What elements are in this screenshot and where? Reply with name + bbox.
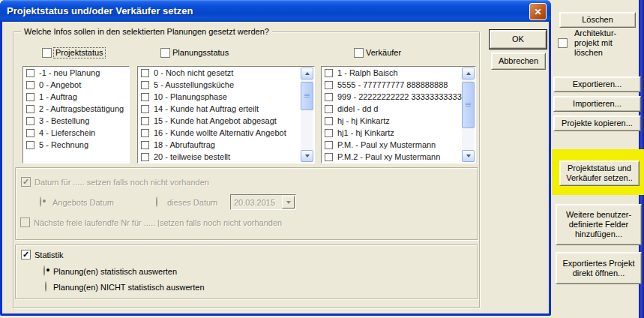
item-checkbox[interactable] (26, 69, 34, 77)
projektstatus-checkbox-label[interactable]: Projektstatus (53, 47, 106, 58)
loeschen-button[interactable]: Löschen (559, 12, 636, 28)
planungsstatus-checkbox[interactable] (160, 48, 170, 58)
dialog-title: Projektstatus und/oder Verkäufer setzen (0, 5, 193, 16)
list-item[interactable]: -1 - neu Planung (23, 67, 129, 79)
list-item-label: didel - dd d (337, 104, 378, 113)
planungsstatus-checkbox-label[interactable]: Planungsstatus (172, 48, 229, 58)
list-item[interactable]: P.M. - Paul xy Mustermann (322, 139, 475, 151)
item-checkbox[interactable] (26, 105, 34, 113)
architektur-checkbox-label[interactable]: Architektur- projekt mit löschen (574, 28, 616, 58)
item-checkbox[interactable] (141, 117, 149, 125)
list-item[interactable]: hj - hj Kinkartz (322, 115, 475, 127)
statistik-checkbox-label[interactable]: Statistik (34, 250, 64, 260)
item-checkbox[interactable] (141, 141, 149, 149)
architektur-checkbox[interactable] (558, 38, 568, 48)
statistisch-auswerten-radio[interactable] (43, 266, 45, 276)
list-item-label: 5 - Ausstellungsküche (154, 80, 234, 89)
naechste-nr-checkbox (20, 218, 30, 227)
planungsstatus-listbox[interactable]: 0 - Noch nicht gesetzt 5 - Ausstellungsk… (137, 66, 315, 164)
projektstatus-listbox[interactable]: -1 - neu Planung 0 - Angebot 1 - Auftrag… (22, 66, 130, 164)
item-checkbox[interactable] (26, 117, 34, 125)
list-item[interactable]: hj1 - hj Kinkartz (322, 127, 475, 139)
weitere-felder-line2: definierte Felder (569, 220, 629, 230)
item-checkbox[interactable] (325, 117, 333, 125)
list-item[interactable]: 4 - Lieferschein (23, 127, 129, 139)
ok-button[interactable]: OK (490, 30, 547, 49)
list-item[interactable]: 1 - Auftrag (23, 91, 129, 103)
scroll-up-button[interactable] (462, 68, 475, 80)
list-item[interactable]: 5555 - 777777777 888888888 (322, 79, 475, 91)
list-item[interactable]: 999 - 22222222222 33333333333 (322, 91, 475, 103)
item-checkbox[interactable] (325, 153, 333, 161)
list-item[interactable]: 20 - teilweise bestellt (138, 151, 314, 163)
list-item[interactable]: 5 - Rechnung (23, 139, 129, 151)
scroll-down-button[interactable] (301, 150, 313, 162)
list-item[interactable]: 2 - Auftragsbestätigung (23, 103, 129, 115)
list-item[interactable]: 0 - Noch nicht gesetzt (138, 67, 314, 79)
scrollbar[interactable] (301, 68, 313, 162)
list-item[interactable]: 10 - Planungsphase (138, 91, 314, 103)
verkaeufer-checkbox-label[interactable]: Verkäufer (366, 48, 401, 58)
projekte-kopieren-button[interactable]: Projekte kopieren... (553, 116, 641, 131)
list-item-label: 4 - Lieferschein (39, 128, 95, 137)
item-checkbox[interactable] (141, 153, 149, 161)
cancel-button[interactable]: Abbrechen (491, 52, 546, 70)
item-checkbox[interactable] (325, 129, 333, 137)
scroll-down-button[interactable] (462, 150, 475, 162)
list-item-label: 3 - Bestellung (39, 116, 89, 125)
item-checkbox[interactable] (325, 105, 333, 113)
list-item-label: hj - hj Kinkartz (337, 116, 390, 125)
item-checkbox[interactable] (141, 93, 149, 101)
scrollbar-thumb[interactable] (462, 82, 475, 128)
list-item[interactable]: 14 - Kunde hat Auftrag erteilt (138, 103, 314, 115)
nicht-statistisch-radio[interactable] (45, 281, 46, 292)
list-item[interactable]: 0 - Angebot (23, 79, 129, 91)
list-item[interactable]: didel - dd d (322, 103, 475, 115)
verkaeufer-listbox[interactable]: 1 - Ralph Baisch 5555 - 777777777 888888… (321, 66, 476, 164)
item-checkbox[interactable] (141, 81, 149, 89)
list-item-label: P.M.2 - Paul xy Mustermann (337, 152, 440, 161)
item-checkbox[interactable] (26, 93, 34, 101)
list-item-label: 2 - Auftragsbestätigung (39, 104, 124, 113)
exportiertes-projekt-button[interactable]: Exportiertes Projekt direkt öffnen... (556, 252, 642, 284)
list-item-label: 15 - Kunde hat Angebot abgesagt (154, 116, 277, 125)
item-checkbox[interactable] (26, 81, 34, 89)
item-checkbox[interactable] (325, 81, 333, 89)
importieren-button[interactable]: Importieren... (553, 96, 641, 112)
list-item-label: 14 - Kunde hat Auftrag erteilt (154, 104, 259, 113)
list-item-label: -1 - neu Planung (39, 68, 100, 77)
weitere-felder-button[interactable]: Weitere benutzer- definierte Felder hinz… (556, 204, 642, 245)
list-item[interactable]: 18 - Abrufauftrag (138, 139, 314, 151)
item-checkbox[interactable] (325, 141, 333, 149)
item-checkbox[interactable] (26, 141, 34, 149)
close-button[interactable]: ✕ (529, 3, 547, 20)
projektstatus-setzen-button[interactable]: Projektstatus und Verkäufer setzen.. (559, 160, 640, 186)
exportieren-button[interactable]: Exportieren... (553, 76, 641, 92)
item-checkbox[interactable] (141, 105, 149, 113)
scrollbar[interactable] (462, 68, 475, 162)
nicht-statistisch-label[interactable]: Planung(en) NICHT statistisch auswerten (53, 283, 205, 292)
list-item-label: 5 - Rechnung (39, 140, 88, 149)
list-item[interactable]: 5 - Ausstellungsküche (138, 79, 314, 91)
statistik-checkbox[interactable] (21, 250, 31, 260)
item-checkbox[interactable] (141, 129, 149, 137)
ok-button-label: OK (512, 34, 524, 44)
arrow-up-icon (305, 72, 310, 75)
list-item-label: P.M. - Paul xy Mustermann (337, 140, 436, 149)
item-checkbox[interactable] (325, 69, 333, 77)
scrollbar-thumb[interactable] (301, 82, 313, 110)
list-item[interactable]: 3 - Bestellung (23, 115, 129, 127)
scroll-up-button[interactable] (301, 68, 313, 80)
list-item[interactable]: 1 - Ralph Baisch (322, 67, 475, 79)
list-item[interactable]: 16 - Kunde wollte Alternativ Angebot (138, 127, 314, 139)
item-checkbox[interactable] (26, 129, 34, 137)
title-bar[interactable]: Projektstatus und/oder Verkäufer setzen … (0, 0, 551, 22)
item-checkbox[interactable] (141, 69, 149, 77)
list-item[interactable]: P.M.2 - Paul xy Mustermann (322, 151, 475, 163)
item-checkbox[interactable] (325, 93, 333, 101)
list-item[interactable]: 15 - Kunde hat Angebot abgesagt (138, 115, 314, 127)
verkaeufer-checkbox[interactable] (354, 48, 364, 58)
statistisch-auswerten-label[interactable]: Planung(en) statistisch auswerten (53, 267, 177, 277)
projektstatus-checkbox[interactable] (42, 48, 52, 58)
architektur-label-line3: löschen (574, 48, 616, 58)
